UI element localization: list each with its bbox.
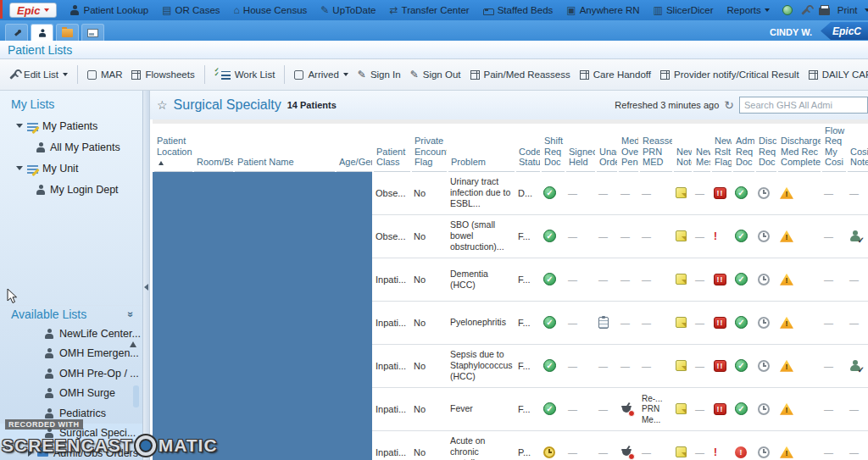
sidebar-item-my-patients[interactable]: My Patients — [0, 115, 142, 136]
complete-check-icon[interactable]: ✓ — [543, 230, 556, 242]
top-menu-item-or-cases[interactable]: ▤OR Cases — [162, 5, 220, 15]
medication-overdue-icon[interactable] — [620, 403, 633, 415]
unacknowledged-orders-icon[interactable] — [598, 317, 609, 329]
pending-clock-icon[interactable] — [758, 230, 770, 242]
workspace-tab-report[interactable] — [81, 24, 104, 41]
complete-check-icon[interactable]: ✓ — [735, 402, 748, 415]
pending-clock-icon[interactable] — [758, 360, 770, 372]
column-header-reassess[interactable]: Reassess PRN MED — [639, 122, 673, 172]
new-note-icon[interactable] — [676, 360, 687, 371]
workspace-tab-home[interactable] — [5, 24, 28, 41]
expander-down-icon[interactable] — [16, 124, 23, 128]
new-result-flag-icon[interactable]: !! — [714, 317, 726, 329]
available-list-item-newlife-center-[interactable]: NewLife Center... — [0, 324, 142, 344]
sidebar-item-my-login-dept[interactable]: My Login Dept — [0, 179, 142, 200]
new-result-flag-icon[interactable]: !! — [714, 403, 726, 415]
new-note-icon[interactable] — [676, 403, 687, 414]
sign-in-button[interactable]: ✎Sign In — [358, 69, 401, 80]
warning-triangle-icon[interactable]: ! — [780, 230, 793, 242]
daily-cares-button[interactable]: DAILY CARES — [809, 69, 868, 80]
arrived-button[interactable]: Arrived — [294, 69, 348, 80]
print-button[interactable]: Print — [837, 5, 858, 15]
warning-triangle-icon[interactable]: ! — [780, 403, 793, 415]
column-header-dischmed[interactable]: Discharge Med Rec Complete? — [777, 122, 821, 172]
top-menu-item-anywhere-rn[interactable]: ▣Anywhere RN — [566, 5, 639, 15]
expand-section-icon[interactable]: » — [125, 312, 137, 318]
warning-triangle-icon[interactable]: ! — [780, 317, 793, 329]
new-note-icon[interactable] — [676, 230, 687, 241]
expander-down-icon[interactable] — [16, 166, 23, 170]
column-header-flag[interactable]: Private Encounter Flag — [411, 122, 448, 172]
pending-clock-icon[interactable] — [758, 187, 770, 199]
complete-check-icon[interactable]: ✓ — [735, 230, 748, 242]
column-header-flowcosi[interactable]: Flow Req My Cosi — [821, 122, 847, 172]
warning-triangle-icon[interactable]: ! — [780, 187, 793, 199]
sidebar-item-my-unit[interactable]: My Unit — [0, 158, 142, 179]
column-header-admreq[interactable]: Adm Req Doc — [732, 122, 755, 172]
pain-med-reassess-button[interactable]: Pain/Med Reassess — [470, 69, 570, 80]
pending-clock-icon[interactable] — [758, 403, 770, 415]
chevron-down-icon[interactable] — [865, 8, 868, 12]
column-header-rslt[interactable]: New Rslt Flag — [711, 122, 732, 172]
new-note-icon[interactable] — [676, 446, 687, 457]
sidebar-scrollbar-thumb[interactable] — [133, 385, 139, 407]
flowsheets-button[interactable]: Flowsheets — [131, 69, 194, 80]
column-header-newmess[interactable]: New Mess — [693, 122, 711, 172]
search-input[interactable] — [739, 97, 868, 114]
top-menu-item-uptodate[interactable]: ✎UpToDate — [320, 5, 376, 15]
new-note-icon[interactable] — [676, 187, 687, 198]
new-note-icon[interactable] — [676, 317, 687, 328]
pending-clock-icon[interactable] — [758, 317, 770, 329]
column-header-loc[interactable]: Patient Location — [153, 122, 193, 172]
top-menu-item-transfer-center[interactable]: ⇄Transfer Center — [389, 5, 469, 15]
new-note-icon[interactable] — [676, 274, 687, 285]
top-menu-item-house-census[interactable]: ⌂House Census — [234, 5, 308, 15]
mar-button[interactable]: MAR — [87, 69, 123, 80]
warning-triangle-icon[interactable]: ! — [780, 446, 793, 458]
workspace-tab-patient-lists[interactable] — [31, 24, 53, 41]
result-alert-icon[interactable]: ! — [714, 446, 717, 458]
complete-check-icon[interactable]: ✓ — [543, 316, 556, 329]
wrench-icon[interactable] — [800, 5, 811, 16]
column-header-name[interactable]: Patient Name — [234, 122, 336, 172]
column-header-dischreq[interactable]: Disch Req Doc — [755, 122, 777, 172]
workspace-tab-folder[interactable] — [56, 24, 79, 41]
complete-check-icon[interactable]: ✓ — [735, 186, 748, 199]
collapse-sidebar-icon[interactable] — [144, 284, 148, 291]
refresh-icon[interactable]: ↻ — [724, 99, 734, 111]
new-result-flag-icon[interactable]: !! — [714, 187, 726, 199]
result-alert-icon[interactable]: ! — [714, 230, 717, 242]
column-header-unack[interactable]: Unack Orders — [596, 122, 618, 172]
top-menu-item-staffed-beds[interactable]: Staffed Beds — [483, 5, 554, 15]
complete-check-icon[interactable]: ✓ — [735, 273, 748, 285]
column-header-code[interactable]: Code Status — [515, 122, 541, 172]
column-header-cosinote[interactable]: Cosi Note — [847, 122, 868, 172]
pending-clock-icon[interactable] — [758, 446, 770, 458]
epic-menu-button[interactable]: Epic — [9, 3, 57, 18]
printer-icon[interactable] — [819, 8, 830, 15]
edit-list-button[interactable]: Edit List — [8, 69, 68, 80]
column-header-shift[interactable]: Shift Req Doc — [541, 122, 565, 172]
column-header-signed[interactable]: Signed Held — [565, 122, 596, 172]
sidebar-splitter[interactable] — [142, 91, 150, 460]
complete-check-icon[interactable]: ✓ — [543, 186, 556, 199]
top-menu-item-slicerdicer[interactable]: ▥SlicerDicer — [654, 5, 714, 15]
available-list-item-omh-pre-op-[interactable]: OMH Pre-Op / ... — [0, 363, 142, 384]
work-list-button[interactable]: Work List — [214, 69, 275, 80]
top-menu-item-patient-lookup[interactable]: Patient Lookup — [70, 5, 148, 15]
provider-notify-critical-result-button[interactable]: Provider notify/Critical Result — [660, 69, 799, 80]
column-header-newnote[interactable]: New Note — [673, 122, 693, 172]
complete-check-icon[interactable]: ✓ — [543, 273, 556, 285]
medication-overdue-icon[interactable] — [620, 446, 633, 458]
cosign-person-icon[interactable]: ✓ — [849, 230, 863, 242]
column-header-room[interactable]: Room/Bed — [193, 122, 234, 172]
complete-check-icon[interactable]: ✓ — [735, 316, 748, 329]
pending-clock-icon[interactable] — [758, 274, 770, 285]
column-header-problem[interactable]: Problem — [448, 122, 515, 172]
column-header-medover[interactable]: Med Over Pend — [618, 122, 639, 172]
globe-icon[interactable] — [782, 5, 793, 15]
due-soon-clock-icon[interactable] — [543, 446, 555, 458]
complete-check-icon[interactable]: ✓ — [543, 402, 556, 415]
complete-check-icon[interactable]: ✓ — [543, 359, 556, 372]
warning-triangle-icon[interactable]: ! — [780, 274, 793, 285]
